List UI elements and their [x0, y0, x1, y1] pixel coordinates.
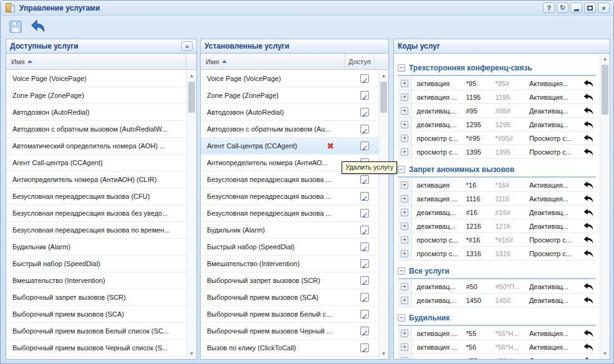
collapse-group-icon[interactable]: −: [398, 267, 405, 275]
name-column-header[interactable]: Имя: [6, 54, 186, 69]
service-code-row[interactable]: +деактивац...12951295Деактивац...: [398, 118, 596, 132]
access-checkbox[interactable]: ✓: [360, 226, 369, 234]
installed-service-row[interactable]: Voice Page (VoicePage)✓: [201, 70, 378, 87]
undo-icon[interactable]: [581, 343, 596, 352]
service-code-row[interactable]: +деактивац...#50#50*П...Деактивац...: [398, 280, 596, 294]
expand-row-icon[interactable]: +: [401, 357, 408, 360]
expand-row-icon[interactable]: +: [401, 223, 408, 230]
undo-icon[interactable]: [581, 134, 596, 143]
installed-service-row[interactable]: Выборочный прием вызовов Белый с...✓: [201, 306, 378, 323]
scroll-up-icon[interactable]: ▲: [187, 71, 196, 80]
service-code-row[interactable]: +активация ...*56*56*Н...Активация...: [398, 340, 596, 354]
available-scrollbar[interactable]: ▲ ▼: [186, 70, 196, 359]
expand-row-icon[interactable]: +: [401, 330, 408, 337]
access-checkbox[interactable]: ✓: [360, 74, 369, 83]
available-service-row[interactable]: Безусловная переадресация вызова без уве…: [6, 205, 186, 222]
available-service-row[interactable]: Выборочный прием вызовов Белый список (S…: [6, 323, 186, 340]
access-checkbox[interactable]: ✓: [360, 310, 369, 318]
scroll-down-icon[interactable]: ▼: [379, 349, 388, 358]
service-code-row[interactable]: +деактивац...#95#95#Деактивац...: [398, 104, 596, 118]
access-checkbox[interactable]: ✓: [360, 192, 369, 201]
undo-icon[interactable]: [581, 208, 596, 217]
available-service-row[interactable]: Voice Page (VoicePage): [6, 70, 186, 87]
undo-icon[interactable]: [581, 79, 596, 88]
installed-service-row[interactable]: Безусловная переадресация вызова ...✓: [201, 171, 378, 188]
access-checkbox[interactable]: ✓: [360, 293, 369, 302]
access-column-header[interactable]: Доступ: [345, 54, 375, 69]
service-code-row[interactable]: +деактивац...12161216Деактивац...: [398, 219, 596, 233]
code-group-header[interactable]: −Все услуги: [398, 264, 596, 279]
scroll-down-icon[interactable]: ▼: [187, 349, 196, 358]
access-checkbox[interactable]: ✓: [360, 91, 369, 100]
expand-row-icon[interactable]: +: [401, 135, 408, 142]
available-service-row[interactable]: Безусловная переадресация вызова (CFU): [6, 188, 186, 205]
scroll-down-icon[interactable]: ▼: [600, 349, 610, 358]
undo-icon[interactable]: [581, 249, 596, 258]
expand-row-icon[interactable]: +: [401, 250, 408, 257]
available-service-row[interactable]: Автодозвон (AutoRedial): [6, 104, 186, 121]
undo-icon[interactable]: [581, 181, 596, 189]
service-code-row[interactable]: +деактивац...14501450Деактивац...: [398, 294, 596, 307]
available-service-row[interactable]: Антиопределитель номера (АнтиАОН) (CLIR): [6, 171, 186, 188]
available-service-row[interactable]: Автоматический определитель номера (АОН)…: [6, 138, 186, 155]
collapse-group-icon[interactable]: −: [398, 166, 405, 173]
undo-icon[interactable]: [581, 236, 596, 244]
installed-service-row[interactable]: Вмешательство (Intervention)✓: [201, 256, 378, 272]
expand-row-icon[interactable]: +: [401, 148, 408, 156]
undo-icon[interactable]: [581, 282, 596, 291]
service-code-row[interactable]: +просмотр с...*#16*#16#Просмотр с...: [398, 233, 596, 247]
access-checkbox[interactable]: ✓: [360, 125, 369, 133]
access-checkbox[interactable]: ✓: [360, 327, 369, 335]
access-checkbox[interactable]: ✓: [360, 259, 369, 268]
undo-icon[interactable]: [581, 222, 596, 231]
installed-service-row[interactable]: Быстрый набор (SpeedDial)✓: [201, 239, 378, 256]
scroll-thumb[interactable]: [380, 82, 387, 113]
undo-icon[interactable]: [581, 107, 596, 115]
available-service-row[interactable]: Агент Call-центра (CCAgent): [6, 155, 186, 171]
access-checkbox[interactable]: ✓: [360, 175, 369, 184]
collapse-group-icon[interactable]: −: [398, 314, 405, 322]
available-service-row[interactable]: Выборочный прием вызовов (SCA): [6, 306, 186, 323]
available-service-row[interactable]: Автодозвон с обратным вызовом (AutoRedia…: [6, 121, 186, 138]
expand-row-icon[interactable]: +: [401, 283, 408, 290]
undo-icon[interactable]: [581, 120, 596, 129]
scroll-up-icon[interactable]: ▲: [600, 54, 610, 64]
expand-row-icon[interactable]: +: [401, 93, 408, 101]
service-code-row[interactable]: +активация ...11161116Активация...: [398, 192, 596, 206]
minimize-icon[interactable]: [570, 2, 582, 13]
expand-row-icon[interactable]: +: [401, 343, 408, 351]
scroll-thumb[interactable]: [188, 82, 195, 113]
undo-icon[interactable]: [581, 329, 596, 338]
code-group-header[interactable]: −Трехсторонняя конференц-связь: [398, 61, 596, 76]
save-button[interactable]: [7, 18, 24, 36]
undo-icon[interactable]: [581, 148, 596, 156]
undo-icon[interactable]: [581, 93, 596, 102]
service-code-row[interactable]: +активация ...*55*55*Н...Активация...: [398, 327, 596, 340]
access-checkbox[interactable]: ✓: [360, 108, 369, 117]
installed-service-row[interactable]: Будильник (Alarm)✓: [201, 222, 378, 239]
access-checkbox[interactable]: ✓: [360, 141, 369, 150]
installed-service-row[interactable]: Вызов по клику (ClickToCall)✓: [201, 340, 378, 357]
expand-row-icon[interactable]: +: [401, 107, 408, 115]
installed-service-row[interactable]: Выборочный прием вызовов (SCA)✓: [201, 289, 378, 306]
access-checkbox[interactable]: ✓: [360, 242, 369, 251]
scroll-up-icon[interactable]: ▲: [379, 71, 388, 80]
code-group-header[interactable]: −Запрет анонимных вызовов: [398, 163, 596, 178]
expand-row-icon[interactable]: +: [401, 195, 408, 203]
service-code-row[interactable]: +просмотр с...13951395Просмотр с...: [398, 145, 596, 159]
undo-button[interactable]: [29, 18, 47, 36]
available-service-row[interactable]: Быстрый набор (SpeedDial): [6, 256, 186, 272]
installed-service-row[interactable]: Безусловная переадресация вызова ...✓: [201, 188, 378, 205]
collapse-group-icon[interactable]: −: [398, 64, 405, 72]
help-icon[interactable]: ?: [543, 2, 555, 13]
expand-row-icon[interactable]: +: [401, 121, 408, 128]
name-column-header[interactable]: Имя: [201, 54, 345, 69]
access-checkbox[interactable]: ✓: [360, 343, 369, 352]
installed-service-row[interactable]: Агент Call-центра (CCAgent)✖✓: [201, 138, 378, 155]
service-code-row[interactable]: +деактивац...#55#55*Н...Деактивац...: [398, 354, 596, 359]
service-code-row[interactable]: +деактивац...#16#16#Деактивац...: [398, 206, 596, 219]
installed-service-row[interactable]: Zone Page (ZonePage)✓: [201, 87, 378, 104]
scroll-thumb[interactable]: [602, 65, 608, 115]
expand-row-icon[interactable]: +: [401, 80, 408, 87]
installed-service-row[interactable]: Безусловная переадресация вызова ...✓: [201, 205, 378, 222]
